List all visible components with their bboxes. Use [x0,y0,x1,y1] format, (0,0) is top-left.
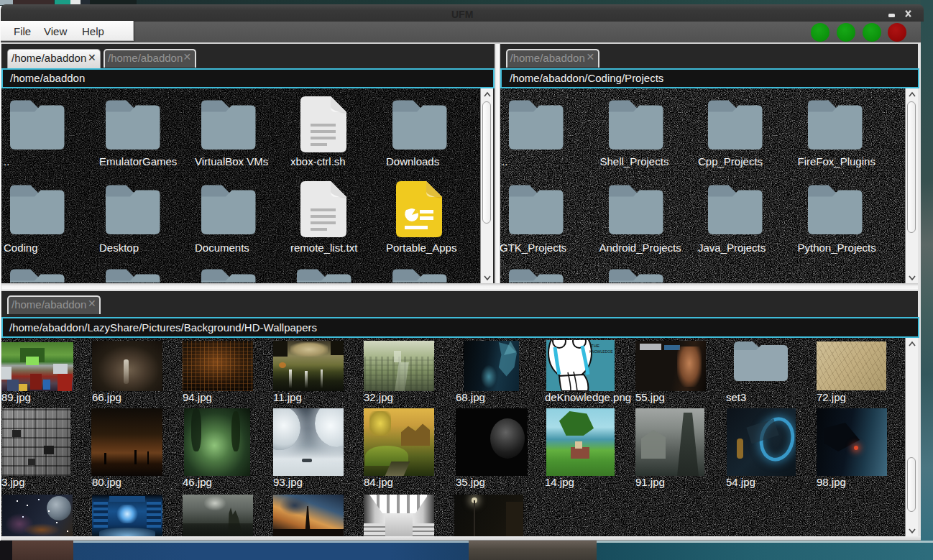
svg-text:THE: THE [591,344,599,348]
svg-text:KNOWLEDGE: KNOWLEDGE [589,349,613,354]
